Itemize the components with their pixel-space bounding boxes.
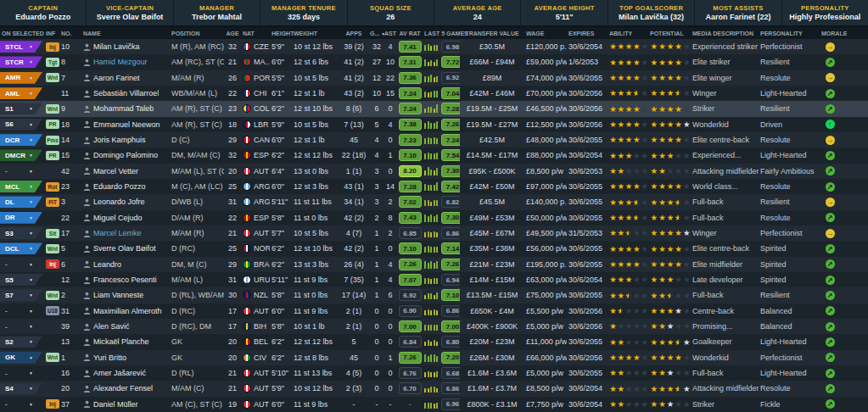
position-select-badge[interactable]: - ▼ [0,305,42,317]
player-row[interactable]: S6 ▼ PR 18 Emmanuel Neewon AM (R), ST (C… [0,117,868,132]
column-header-wage[interactable]: WAGE [524,31,567,36]
player-row[interactable]: DCR ▼ Pms 14 Joris Kamphuis D (C) 29 CAN… [0,132,868,148]
column-header-expires[interactable]: EXPIRES [567,31,608,36]
status-badge[interactable]: Tgt [46,58,59,67]
player-row[interactable]: - ▼ U18 31 Maximilian Almeroth D (RC) 17… [0,303,868,319]
status-badge[interactable]: Wnt [46,291,59,300]
player-row[interactable]: S4 ▼ 20 Alexander Fensel M/AM (C) 21 AUT… [0,381,868,396]
player-row[interactable]: - ▼ Inj 37 Daniel Müller AM (C), ST (C) … [0,397,868,412]
player-name[interactable]: Hamid Mezgour [93,58,148,66]
player-name[interactable]: Milan Lavička [93,42,140,51]
status-badge[interactable]: Pms [46,136,59,145]
player-name[interactable]: Leandro [93,260,121,269]
status-badge[interactable]: Wnt [46,73,59,82]
player-name[interactable]: Sverre Olav Bøifot [93,244,156,253]
player-name[interactable]: Marcel Vetter [93,167,138,175]
column-header-position[interactable]: POSITION [170,31,224,36]
column-header-g-[interactable]: G...▼ [370,31,384,36]
player-name[interactable]: Emmanuel Neewon [93,120,160,129]
position-select-badge[interactable]: DL ▼ [0,196,42,208]
position-select-badge[interactable]: GK ▼ [0,352,42,364]
column-header-media-description[interactable]: MEDIA DESCRIPTION [691,31,759,36]
position-select-badge[interactable]: S1 ▼ [0,103,42,114]
column-header-weight[interactable]: WEIGHT [292,31,338,36]
player-name[interactable]: Daniel Müller [93,400,138,409]
player-row[interactable]: DCL ▼ Wnt 5 Sverre Olav Bøifot D (RC) 25… [0,241,868,256]
position-select-badge[interactable]: DCR ▼ [0,134,42,146]
player-name[interactable]: Mohammad Taleb [93,104,154,113]
player-row[interactable]: AMR ▼ Wnt 7 Aaron Farinet M/AM (R) 26 PO… [0,70,868,86]
player-name[interactable]: Alen Savić [93,322,130,331]
column-header-age[interactable]: AGE [224,31,241,36]
column-header-height[interactable]: HEIGHT [270,31,292,36]
status-badge[interactable]: Rot [46,182,59,192]
position-select-badge[interactable]: S4 ▼ [0,382,42,394]
position-select-badge[interactable]: AML ▼ [0,87,42,99]
column-header-nat[interactable]: NAT [241,31,270,36]
column-header-ability[interactable]: ABILITY [608,31,648,36]
player-name[interactable]: Francesco Pesenti [93,276,157,284]
status-badge[interactable]: Wnt [46,104,59,114]
player-name[interactable]: Joris Kamphuis [93,136,146,144]
player-row[interactable]: STCL ▼ Inj 10 Milan Lavička M (R), AM (R… [0,39,868,54]
column-header-no-[interactable]: NO. [59,31,81,36]
position-select-badge[interactable]: DCL ▼ [0,242,42,254]
player-row[interactable]: S2 ▼ 13 Mickaël Planche GK 20 BEL 6'2" 1… [0,334,868,349]
position-select-badge[interactable]: S6 ▼ [0,119,42,131]
position-select-badge[interactable]: - ▼ [0,398,42,410]
position-select-badge[interactable]: STCL ▼ [0,41,42,53]
status-badge[interactable]: Inj [46,42,59,52]
position-select-badge[interactable]: S3 ▼ [0,227,42,239]
status-badge[interactable]: PR [46,120,59,129]
status-badge[interactable]: FIT [46,198,59,207]
position-select-badge[interactable]: - ▼ [0,367,42,379]
position-select-badge[interactable]: - ▼ [0,320,42,332]
column-header-personality[interactable]: PERSONALITY [759,31,820,36]
player-row[interactable]: - ▼ 39 Alen Savić D (RC), DM 17 BIH 5'8"… [0,319,868,334]
player-row[interactable]: S3 ▼ Sit 17 Marcel Lemke M/AM (R) 21 AUT… [0,225,868,241]
position-select-badge[interactable]: DR ▼ [0,212,42,224]
status-badge[interactable]: Wnt [46,353,59,362]
column-header-on-selected[interactable]: ON SELECTED [0,31,44,36]
player-name[interactable]: Aaron Farinet [93,74,140,82]
status-badge[interactable]: Sit [46,229,59,238]
column-header-name[interactable]: NAME [81,31,170,36]
position-select-badge[interactable]: AMR ▼ [0,72,42,84]
player-row[interactable]: S1 ▼ Wnt 9 Mohammad Taleb AM (R), ST (C)… [0,101,868,116]
player-name[interactable]: Yuri Britto [93,354,126,362]
column-header-transfer-value[interactable]: TRANSFER VALUE [460,31,524,36]
player-row[interactable]: DMCR ▼ PR 15 Domingo Palomino DM, M/AM (… [0,148,868,163]
player-row[interactable]: - ▼ 42 Marcel Vetter M/AM (L), ST (C) 20… [0,164,868,179]
player-name[interactable]: Marcel Lemke [93,229,142,237]
status-badge[interactable]: Inj [46,399,59,409]
player-row[interactable]: DR ▼ 22 Miguel Cejudo D/AM (R) 22 ESP 5'… [0,210,868,225]
column-header-potential[interactable]: POTENTIAL [648,31,691,36]
player-name[interactable]: Domingo Palomino [93,151,158,159]
player-name[interactable]: Amer Jašarević [93,369,146,377]
column-header-last-5-games[interactable]: LAST 5 GAMES [423,31,460,36]
player-row[interactable]: GK ▼ Wnt 1 Yuri Britto GK 20 CIV 6'2" 12… [0,350,868,365]
position-select-badge[interactable]: S2 ▼ [0,336,42,348]
player-row[interactable]: - ▼ 16 Amer Jašarević D (RL) 21 AUT 5'10… [0,365,868,381]
player-row[interactable]: - ▼ Inj 6 Leandro DM, M (C) 29 BRA 6'2" … [0,257,868,272]
column-header-inf[interactable]: INF [44,31,59,36]
player-name[interactable]: Eduardo Pozzo [93,182,146,191]
player-name[interactable]: Leonardo Jofre [93,198,145,206]
player-row[interactable]: S7 ▼ Wnt 2 Liam Vanneste D (RL), WB/AM (… [0,287,868,303]
position-select-badge[interactable]: DMCR ▼ [0,149,42,161]
status-badge[interactable]: U18 [46,306,59,315]
player-name[interactable]: Liam Vanneste [93,291,143,299]
column-header-av-rat[interactable]: AV RAT [397,31,423,36]
position-select-badge[interactable]: MCL ▼ [0,181,42,192]
status-badge[interactable]: Wnt [46,244,59,253]
position-select-badge[interactable]: S7 ▼ [0,289,42,301]
status-badge[interactable]: Inj [46,259,59,269]
player-row[interactable]: S5 ▼ 12 Francesco Pesenti M/AM (L) 31 UR… [0,272,868,287]
column-header-morale[interactable]: MORALE [820,31,838,36]
player-name[interactable]: Maximilian Almeroth [93,307,162,315]
player-name[interactable]: Miguel Cejudo [93,214,143,222]
column-header-apps[interactable]: APPS [338,31,370,36]
player-name[interactable]: Sebastián Villarroel [93,89,159,97]
player-row[interactable]: STCR ▼ Tgt 8 Hamid Mezgour AM (RC), ST (… [0,54,868,70]
position-select-badge[interactable]: - ▼ [0,259,42,270]
